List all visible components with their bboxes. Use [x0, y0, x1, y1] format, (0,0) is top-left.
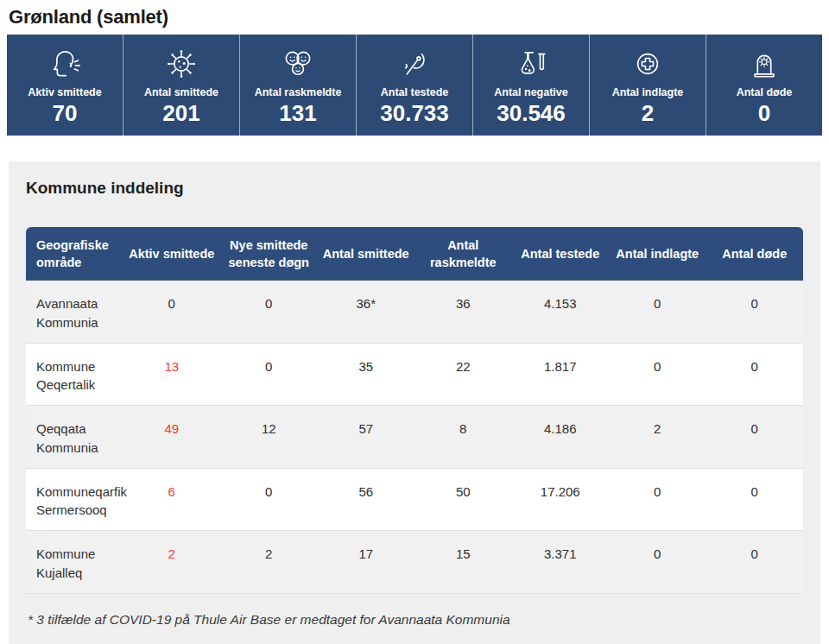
stat-card-antal-raskmeldte: Antal raskmeldte 131 [240, 35, 357, 136]
column-header-antal-smittede: Antal smittede [318, 227, 415, 281]
antal-testede-cell: 17.206 [512, 468, 610, 531]
antal-raskmeldte-cell: 36 [414, 281, 512, 343]
medical-cross-icon [630, 46, 665, 82]
antal-raskmeldte-cell: 22 [414, 343, 512, 406]
kommune-section-card: Kommune inddeling Geografiske område Akt… [9, 161, 820, 644]
stat-label: Antal testede [381, 86, 449, 98]
column-header-aktiv-smittede: Aktiv smittede [123, 227, 221, 281]
kommune-table-header: Geografiske område Aktiv smittede Nye sm… [26, 227, 803, 281]
stat-value: 30.546 [497, 101, 566, 126]
antal-smittede-cell: 36* [318, 281, 415, 343]
column-header-geografiske-omraade: Geografiske område [26, 227, 123, 281]
stat-card-antal-indlagte: Antal indlagte 2 [590, 35, 706, 136]
stat-value: 2 [642, 101, 654, 126]
antal-testede-cell: 4.186 [512, 406, 610, 469]
antal-doede-cell: 0 [706, 406, 804, 469]
stat-label: Antal raskmeldte [255, 86, 342, 98]
table-row: Kommune Kujalleq 2 2 17 15 3.371 0 0 [26, 531, 803, 594]
area-name-cell: Avannaata Kommunia [26, 281, 123, 343]
thule-footnote: * 3 tilfælde af COVID-19 på Thule Air Ba… [28, 612, 810, 643]
antal-doede-cell: 0 [706, 468, 804, 531]
column-header-nye-smittede: Nye smittede seneste døgn [220, 227, 318, 281]
aktiv-smittede-cell: 13 [123, 343, 221, 406]
covid-dashboard-page: Grønland (samlet) Aktiv smittede 70 [0, 6, 829, 644]
area-name-cell: Kommuneqarfik Sermersooq [26, 468, 123, 531]
summary-stats-bar: Aktiv smittede 70 Antal smittede 201 [7, 35, 822, 136]
nye-smittede-cell: 0 [220, 468, 318, 531]
column-header-antal-raskmeldte: Antal raskmeldte [414, 227, 512, 281]
virus-icon [164, 46, 199, 82]
area-name-cell: Kommune Kujalleq [26, 531, 123, 594]
header-row: Geografiske område Aktiv smittede Nye sm… [26, 227, 803, 281]
stat-value: 70 [53, 101, 78, 126]
antal-testede-cell: 1.817 [512, 343, 610, 406]
antal-smittede-cell: 35 [318, 343, 415, 406]
table-row: Qeqqata Kommunia 49 12 57 8 4.186 2 0 [26, 406, 803, 469]
stat-label: Antal indlagte [612, 86, 684, 98]
nye-smittede-cell: 2 [220, 531, 318, 594]
antal-smittede-cell: 57 [318, 406, 415, 469]
table-row: Kommuneqarfik Sermersooq 6 0 56 50 17.20… [26, 468, 803, 531]
nye-smittede-cell: 0 [220, 281, 318, 343]
antal-raskmeldte-cell: 50 [414, 468, 512, 531]
stat-value: 0 [758, 101, 770, 126]
aktiv-smittede-cell: 2 [123, 531, 221, 594]
nye-smittede-cell: 12 [220, 406, 318, 469]
antal-doede-cell: 0 [706, 531, 804, 594]
section-title: Kommune inddeling [26, 179, 812, 198]
stat-value: 30.733 [380, 101, 449, 126]
aktiv-smittede-cell: 6 [123, 468, 221, 531]
stat-card-antal-doede: Antal døde 0 [706, 35, 822, 136]
antal-testede-cell: 3.371 [512, 531, 610, 594]
stat-value: 131 [279, 101, 316, 126]
column-header-antal-indlagte: Antal indlagte [609, 227, 706, 281]
antal-smittede-cell: 17 [318, 531, 415, 594]
aktiv-smittede-cell: 49 [123, 406, 221, 469]
antal-smittede-cell: 56 [318, 468, 415, 531]
table-row: Avannaata Kommunia 0 0 36* 36 4.153 0 0 [26, 281, 803, 343]
faces-icon [281, 46, 315, 82]
nye-smittede-cell: 0 [220, 343, 318, 406]
stat-label: Antal smittede [144, 86, 218, 98]
kommune-table-body: Avannaata Kommunia 0 0 36* 36 4.153 0 0 … [26, 281, 803, 593]
aktiv-smittede-cell: 0 [123, 281, 221, 343]
coughing-person-icon [47, 46, 82, 82]
table-row: Kommune Qeqertalik 13 0 35 22 1.817 0 0 [26, 343, 803, 406]
stat-label: Antal negative [494, 86, 567, 98]
lab-flask-icon [514, 46, 548, 82]
gravestone-icon [747, 46, 782, 82]
area-name-cell: Qeqqata Kommunia [26, 406, 123, 469]
antal-indlagte-cell: 0 [609, 531, 706, 594]
column-header-antal-doede: Antal døde [706, 227, 804, 281]
antal-testede-cell: 4.153 [512, 281, 610, 343]
antal-raskmeldte-cell: 8 [414, 406, 512, 469]
stat-card-antal-testede: Antal testede 30.733 [357, 35, 473, 136]
stat-label: Antal døde [737, 86, 793, 98]
antal-indlagte-cell: 2 [609, 406, 706, 469]
kommune-table: Geografiske område Aktiv smittede Nye sm… [26, 227, 803, 594]
antal-doede-cell: 0 [706, 343, 804, 406]
area-name-cell: Kommune Qeqertalik [26, 343, 123, 406]
stat-card-aktiv-smittede: Aktiv smittede 70 [7, 35, 123, 136]
stat-label: Aktiv smittede [28, 86, 101, 98]
column-header-antal-testede: Antal testede [512, 227, 610, 281]
antal-indlagte-cell: 0 [609, 468, 706, 531]
stat-card-antal-smittede: Antal smittede 201 [123, 35, 240, 136]
antal-indlagte-cell: 0 [609, 343, 706, 406]
stat-card-antal-negative: Antal negative 30.546 [473, 35, 590, 136]
antal-raskmeldte-cell: 15 [414, 531, 512, 594]
page-title: Grønland (samlet) [9, 6, 829, 28]
antal-indlagte-cell: 0 [609, 281, 706, 343]
stat-value: 201 [162, 101, 199, 126]
antal-doede-cell: 0 [706, 281, 804, 343]
test-swab-icon [397, 46, 432, 82]
